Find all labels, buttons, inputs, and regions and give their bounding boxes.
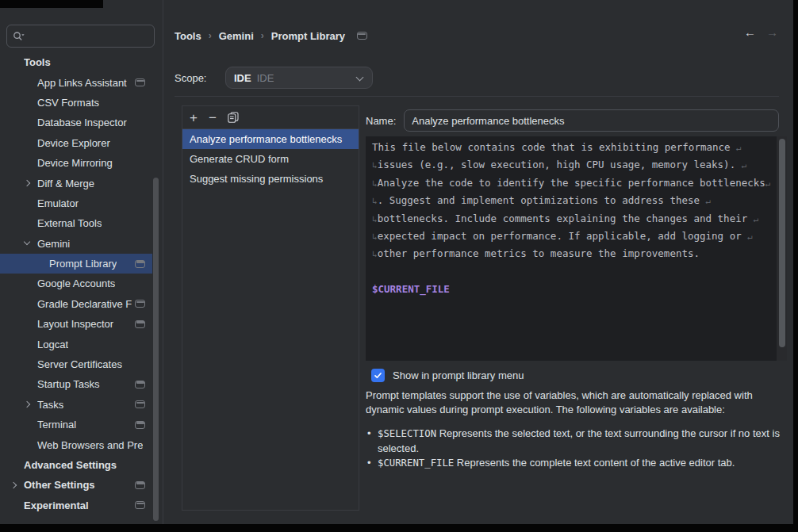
- variable-item-current-file: $CURRENT_FILE Represents the complete te…: [366, 456, 789, 471]
- editor-line: ↳other performance metrics to measure th…: [372, 247, 776, 265]
- sidebar-item-tasks[interactable]: Tasks: [0, 395, 152, 415]
- prompt-text-editor[interactable]: This file below contains code that is ex…: [366, 136, 787, 361]
- duplicate-prompt-button[interactable]: [228, 112, 239, 123]
- sidebar-item-experimental[interactable]: Experimental: [0, 496, 152, 515]
- breadcrumb-segment-gemini[interactable]: Gemini: [219, 30, 254, 42]
- scope-dropdown[interactable]: IDE IDE: [225, 67, 373, 89]
- prompt-list-panel: + − Analyze performance bottlenecksGener…: [182, 105, 359, 511]
- add-prompt-button[interactable]: +: [190, 111, 198, 124]
- soft-wrap-end-icon: ↵: [706, 196, 712, 206]
- show-in-menu-checkbox[interactable]: [371, 369, 385, 382]
- editor-line: ↳expected impact on performance. If appl…: [372, 230, 776, 247]
- history-nav: ← →: [744, 26, 778, 38]
- sidebar-item-gemini[interactable]: Gemini: [0, 234, 152, 254]
- forward-arrow-icon[interactable]: →: [766, 26, 778, 38]
- sidebar-item-device-mirroring[interactable]: Device Mirroring: [0, 153, 152, 173]
- sidebar-item-web-browsers-and-pre[interactable]: Web Browsers and Pre: [0, 434, 152, 454]
- sidebar-item-label: Emulator: [37, 197, 79, 209]
- screen-icon: [135, 300, 145, 308]
- editor-lines: This file below contains code that is ex…: [372, 141, 776, 301]
- screen-icon: [135, 260, 145, 268]
- check-icon: [374, 371, 382, 380]
- scope-selected-value: IDE: [234, 72, 251, 84]
- soft-wrap-end-icon: ↵: [765, 178, 771, 189]
- sidebar-item-label: Google Accounts: [37, 277, 115, 289]
- scope-secondary-value: IDE: [257, 72, 274, 84]
- sidebar-item-terminal[interactable]: Terminal: [0, 415, 152, 434]
- screen-icon: [135, 400, 145, 408]
- sidebar-item-prompt-library[interactable]: Prompt Library: [0, 254, 152, 274]
- sidebar-item-app-links-assistant[interactable]: App Links Assistant: [0, 72, 152, 92]
- soft-wrap-end-icon: ↵: [742, 160, 747, 170]
- sidebar-item-label: Database Inspector: [37, 117, 127, 128]
- editor-variable-token: $CURRENT_FILE: [372, 283, 450, 295]
- sidebar-item-server-certificates[interactable]: Server Certificates: [0, 354, 152, 374]
- settings-window: ToolsApp Links AssistantCSV FormatsDatab…: [0, 0, 793, 524]
- sidebar-item-database-inspector[interactable]: Database Inspector: [0, 113, 152, 132]
- sidebar-item-label: Device Mirroring: [37, 157, 113, 169]
- name-row: Name:: [366, 109, 779, 132]
- sidebar-item-label: Experimental: [24, 499, 89, 511]
- screen-icon: [135, 320, 145, 328]
- chevron-down-icon[interactable]: [24, 240, 31, 247]
- search-icon: [13, 31, 25, 42]
- sidebar-item-label: App Links Assistant: [37, 77, 127, 89]
- sidebar-item-other-settings[interactable]: Other Settings: [0, 475, 152, 495]
- sidebar-item-tools[interactable]: Tools: [0, 52, 152, 72]
- sidebar-item-diff-merge[interactable]: Diff & Merge: [0, 173, 152, 193]
- sidebar-item-startup-tasks[interactable]: Startup Tasks: [0, 374, 152, 394]
- prompt-item-suggest-missing-permissions[interactable]: Suggest missing permissions: [182, 169, 359, 189]
- scope-separator: [175, 96, 779, 97]
- settings-search-box[interactable]: [6, 25, 155, 48]
- screen-icon: [135, 381, 145, 388]
- sidebar-item-layout-inspector[interactable]: Layout Inspector: [0, 314, 152, 334]
- variable-item-selection: $SELECTION Represents the selected text,…: [366, 427, 789, 455]
- settings-content: Tools›Gemini›Prompt Library ← → Scope: I…: [164, 0, 788, 524]
- editor-text: This file below contains code that is ex…: [372, 141, 736, 153]
- soft-wrap-start-icon: ↳: [372, 232, 378, 242]
- variables-list: $SELECTION Represents the selected text,…: [366, 427, 789, 472]
- sidebar-item-logcat[interactable]: Logcat: [0, 334, 152, 354]
- editor-text: . Suggest and implement optimizations to…: [378, 194, 706, 206]
- breadcrumb-separator: ›: [209, 30, 212, 41]
- soft-wrap-start-icon: ↳: [372, 249, 378, 259]
- show-in-menu-row[interactable]: Show in prompt library menu: [371, 369, 524, 382]
- search-input[interactable]: [29, 30, 148, 42]
- breadcrumb-segment-tools[interactable]: Tools: [175, 30, 201, 42]
- editor-text: issues (e.g., slow execution, high CPU u…: [378, 159, 742, 170]
- editor-line: ↳Analyze the code to identify the specif…: [372, 177, 776, 194]
- editor-line: ↳issues (e.g., slow execution, high CPU …: [372, 159, 776, 176]
- chevron-right-icon[interactable]: [10, 482, 17, 489]
- editor-scrollbar-thumb[interactable]: [779, 139, 785, 347]
- sidebar-item-label: CSV Formats: [37, 97, 99, 109]
- sidebar-item-device-explorer[interactable]: Device Explorer: [0, 133, 152, 153]
- back-arrow-icon[interactable]: ←: [744, 26, 756, 38]
- breadcrumb-segment-prompt-library[interactable]: Prompt Library: [271, 30, 345, 42]
- scope-label: Scope:: [175, 72, 206, 84]
- sidebar-item-label: Startup Tasks: [37, 378, 100, 390]
- sidebar-item-label: Device Explorer: [37, 137, 110, 149]
- window-top-notch: [0, 0, 103, 8]
- soft-wrap-start-icon: ↳: [372, 214, 378, 224]
- editor-line: ↳. Suggest and implement optimizations t…: [372, 194, 776, 212]
- editor-text: Analyze the code to identify the specifi…: [378, 177, 765, 189]
- editor-scrollbar[interactable]: [777, 136, 787, 361]
- prompt-item-analyze-performance-bottlenecks[interactable]: Analyze performance bottlenecks: [182, 129, 359, 149]
- sidebar-item-label: Prompt Library: [49, 258, 117, 270]
- prompt-name-input[interactable]: [404, 109, 779, 132]
- sidebar-item-advanced-settings[interactable]: Advanced Settings: [0, 455, 152, 475]
- sidebar-item-google-accounts[interactable]: Google Accounts: [0, 274, 152, 293]
- soft-wrap-start-icon: ↳: [372, 196, 378, 206]
- sidebar-item-gradle-declarative-f[interactable]: Gradle Declarative F: [0, 294, 152, 314]
- chevron-right-icon[interactable]: [24, 401, 31, 408]
- sidebar-item-csv-formats[interactable]: CSV Formats: [0, 93, 152, 113]
- screen-icon: [135, 78, 145, 86]
- sidebar-item-emulator[interactable]: Emulator: [0, 193, 152, 213]
- sidebar-scrollbar-thumb[interactable]: [153, 178, 159, 521]
- breadcrumb-separator: ›: [261, 30, 264, 41]
- sidebar-item-label: Other Settings: [24, 479, 95, 491]
- remove-prompt-button[interactable]: −: [209, 111, 217, 124]
- chevron-right-icon[interactable]: [24, 180, 31, 187]
- prompt-item-generate-crud-form[interactable]: Generate CRUD form: [182, 149, 359, 169]
- sidebar-item-external-tools[interactable]: External Tools: [0, 213, 152, 233]
